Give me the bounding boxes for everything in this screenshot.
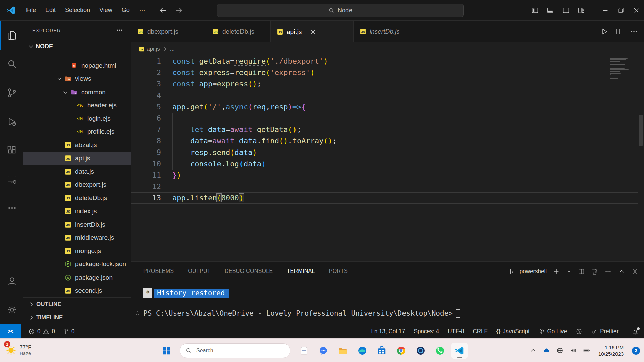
run-code-icon[interactable] [600, 27, 608, 36]
code-line-1[interactable]: 1const getData=require('./dbexport') [131, 56, 644, 67]
tree-item-header-ejs[interactable]: <%header.ejs [23, 99, 131, 112]
tree-item-common[interactable]: common [23, 85, 131, 99]
taskbar-app-chrome[interactable] [393, 343, 409, 359]
panel-tab-ports[interactable]: PORTS [329, 262, 348, 281]
tree-item-login-ejs[interactable]: <%login.ejs [23, 112, 131, 125]
tree-item-profile-ejs[interactable]: <%profile.ejs [23, 125, 131, 139]
minimize-button[interactable] [598, 0, 613, 21]
editor-more-actions-icon[interactable] [630, 27, 638, 36]
tree-item-nopage-html[interactable]: 5nopage.html [23, 59, 131, 72]
taskbar-clock[interactable]: 1:16 PM 10/25/2023 [598, 344, 624, 357]
explorer-more-actions-icon[interactable] [116, 26, 123, 34]
taskbar-app-edge[interactable] [354, 343, 370, 359]
tab-api-js[interactable]: JSapi.js [271, 21, 354, 42]
code-line-9[interactable]: 9 resp.send(data) [131, 147, 644, 158]
split-editor-icon[interactable] [615, 27, 623, 36]
code-line-8[interactable]: 8 data=await data.find().toArray(); [131, 135, 644, 147]
ports-status[interactable]: 0 [62, 328, 74, 335]
notifications-bell[interactable] [632, 328, 639, 335]
code-line-5[interactable]: 5app.get('/',async(req,resp)=>{ [131, 101, 644, 113]
status-cursor-position[interactable]: Ln 13, Col 17 [371, 328, 405, 335]
command-center-search[interactable]: Node [217, 4, 464, 17]
menu-file[interactable]: File [21, 4, 41, 16]
terminal-dropdown-icon[interactable] [566, 268, 572, 275]
notification-count-badge[interactable]: 2 [632, 347, 640, 355]
breadcrumb-symbol[interactable]: ... [170, 46, 175, 52]
activity-accounts[interactable] [0, 266, 23, 295]
toggle-primary-sidebar-button[interactable] [527, 0, 543, 21]
panel-more-actions-icon[interactable] [604, 268, 612, 275]
status-prettier[interactable]: Prettier [591, 328, 619, 335]
taskbar-search[interactable]: Search [180, 343, 290, 358]
code-line-4[interactable]: 4 [131, 90, 644, 101]
code-line-2[interactable]: 2const express=require('express') [131, 67, 644, 78]
status-go-live[interactable]: Go Live [538, 328, 567, 335]
tree-item-package-lock-json[interactable]: JSpackage-lock.json [23, 258, 131, 271]
code-line-13[interactable]: 13app.listen(8000) [131, 192, 644, 204]
code-line-6[interactable]: 6 [131, 113, 644, 124]
close-panel-icon[interactable] [631, 268, 639, 275]
tree-item-data-js[interactable]: JSdata.js [23, 165, 131, 178]
status-encoding[interactable]: UTF-8 [448, 328, 464, 335]
menu-selection[interactable]: Selection [60, 4, 95, 16]
editor-scrollbar[interactable] [639, 115, 643, 146]
volume-icon[interactable] [570, 347, 577, 354]
close-button[interactable] [629, 0, 644, 21]
status-do-not-disturb[interactable] [576, 328, 582, 335]
activity-extensions[interactable] [0, 136, 23, 165]
tree-item-abzal-js[interactable]: JSabzal.js [23, 138, 131, 152]
code-line-10[interactable]: 10 console.log(data) [131, 158, 644, 170]
kill-terminal-icon[interactable] [591, 268, 598, 275]
code-line-7[interactable]: 7 let data=await getData(); [131, 124, 644, 135]
status-eol[interactable]: CRLF [473, 328, 487, 335]
menu-go[interactable]: Go [117, 4, 135, 16]
panel-tab-debug-console[interactable]: DEBUG CONSOLE [225, 262, 273, 281]
tab-close-icon[interactable] [310, 28, 316, 35]
tree-item-middleware-js[interactable]: JSmiddleware.js [23, 231, 131, 245]
code-editor[interactable]: 1const getData=require('./dbexport')2con… [131, 56, 644, 261]
tray-chevron-up-icon[interactable] [529, 347, 537, 354]
tree-item-package-json[interactable]: JSpackage.json [23, 271, 131, 284]
breadcrumb-file[interactable]: api.js [147, 46, 160, 52]
tree-item-deletedb-js[interactable]: JSdeleteDb.js [23, 191, 131, 205]
taskbar-app-whatsapp[interactable] [432, 343, 448, 359]
activity-more-views[interactable] [0, 194, 23, 223]
problems-status[interactable]: 0 0 [28, 328, 55, 335]
back-arrow-icon[interactable] [159, 6, 167, 15]
taskbar-app-store[interactable] [374, 343, 390, 359]
status-indentation[interactable]: Spaces: 4 [414, 328, 439, 335]
start-button[interactable] [158, 343, 174, 359]
split-terminal-icon[interactable] [578, 268, 585, 275]
remote-indicator[interactable]: >< [0, 324, 21, 339]
activity-run-debug[interactable] [0, 107, 23, 136]
workspace-section-header[interactable]: NODE [23, 40, 131, 53]
minimap[interactable] [610, 58, 634, 79]
taskbar-app-notepad[interactable] [296, 343, 312, 359]
taskbar-app-photos[interactable] [413, 343, 429, 359]
network-globe-icon[interactable] [556, 347, 564, 354]
breadcrumb[interactable]: JS api.js ... [131, 42, 644, 56]
toggle-secondary-sidebar-button[interactable] [558, 0, 574, 21]
battery-icon[interactable] [583, 347, 591, 354]
tab-insertdb-js[interactable]: JSinsertDb.js [354, 21, 425, 42]
command-decoration-icon[interactable] [136, 311, 139, 315]
taskbar-app-vscode[interactable] [451, 343, 468, 359]
activity-explorer[interactable] [0, 21, 23, 50]
activity-source-control[interactable] [0, 78, 23, 107]
tree-item-dbexport-js[interactable]: JSdbexport.js [23, 178, 131, 192]
section-outline[interactable]: OUTLINE [23, 297, 131, 311]
new-terminal-icon[interactable] [553, 268, 560, 275]
activity-search[interactable] [0, 50, 23, 78]
activity-remote-explorer[interactable] [0, 165, 23, 194]
menu-edit[interactable]: Edit [41, 4, 60, 16]
toggle-panel-button[interactable] [543, 0, 558, 21]
tree-item-insertdb-js[interactable]: JSinsertDb.js [23, 218, 131, 231]
panel-tab-terminal[interactable]: TERMINAL [287, 262, 315, 281]
onedrive-cloud-icon[interactable] [543, 347, 550, 354]
activity-settings[interactable] [0, 295, 23, 324]
tab-dbexport-js[interactable]: JSdbexport.js [131, 21, 206, 42]
taskbar-app-chat[interactable] [315, 343, 331, 359]
status-language-mode[interactable]: {}JavaScript [496, 328, 530, 335]
taskbar-app-file-explorer[interactable] [335, 343, 351, 359]
tree-item-index-js[interactable]: JSindex.js [23, 205, 131, 218]
